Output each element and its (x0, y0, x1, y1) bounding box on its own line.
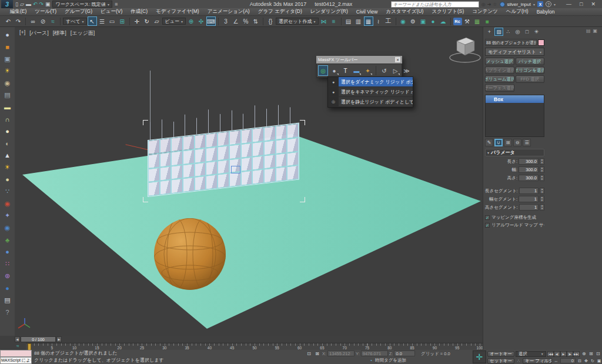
checkbox-1[interactable]: ✓ (485, 215, 490, 220)
x-coordinate-field[interactable]: 13455.212 (327, 350, 354, 356)
box-object[interactable] (160, 138, 172, 153)
box-object[interactable] (276, 166, 287, 182)
add-time-tag-button[interactable]: ◔ 時間タグを追加 (368, 358, 406, 363)
edit-named-selection-sets-icon[interactable]: {} (266, 16, 275, 26)
mirror-icon[interactable]: ⋈ (319, 16, 329, 26)
username-label[interactable]: silver_input (507, 2, 531, 7)
foliage-icon[interactable]: ♣ (2, 235, 12, 245)
spinner[interactable]: ▴▾ (540, 204, 544, 211)
parameter-field[interactable]: 1 (519, 196, 539, 202)
color-dots-icon[interactable]: ∷ (2, 259, 12, 269)
spinner-snap-icon[interactable]: ⇅ (251, 16, 260, 26)
box-object[interactable] (206, 175, 218, 190)
new-scene-icon[interactable]: ▯ (15, 1, 18, 8)
rendered-frame-icon[interactable]: ▣ (419, 16, 428, 26)
pin-stack-icon[interactable]: ✎ (485, 139, 493, 146)
pan-view-icon[interactable]: ✥ (583, 358, 589, 364)
menu-item-9[interactable]: レンダリング(R) (306, 8, 352, 15)
minimize-button[interactable]: — (566, 1, 571, 7)
open-file-icon[interactable]: ▱ (20, 1, 24, 8)
menu-item-11[interactable]: カスタマイズ(U) (382, 8, 427, 15)
snaps-toggle-icon[interactable]: 3 (221, 16, 230, 26)
show-end-result-icon[interactable]: ∪ (494, 139, 503, 146)
exchange-store-icon[interactable]: X (537, 1, 543, 7)
ragdoll-icon[interactable]: ✦ (363, 65, 373, 76)
current-frame-field[interactable]: 0 (560, 358, 576, 363)
box-object[interactable] (276, 152, 287, 168)
key-steps-icon[interactable]: ∴ (516, 358, 521, 364)
box-object[interactable] (206, 161, 218, 176)
make-unique-icon[interactable]: ⊞ (504, 139, 512, 146)
select-and-scale-icon[interactable]: ▱ (152, 16, 162, 26)
mcloth-icon[interactable]: T (340, 65, 350, 76)
menu-item-15[interactable]: Babylon (533, 9, 559, 15)
select-and-manipulate-icon[interactable]: ✣ (196, 16, 206, 26)
audio-icon[interactable]: ▤ (2, 91, 12, 100)
viewport-pov-label[interactable]: [パース] (29, 29, 48, 37)
auto-key-button[interactable]: オートキー (487, 351, 514, 357)
box-object[interactable] (264, 126, 276, 141)
modifier-stack[interactable]: Box (485, 95, 544, 137)
box-object[interactable] (171, 136, 183, 152)
use-pivot-point-icon[interactable]: ⊕ (186, 16, 196, 26)
big-sphere-icon[interactable]: ● (2, 247, 12, 256)
next-frame-icon[interactable]: |▶ (567, 351, 573, 357)
massfx-toolbar-window[interactable]: MassFX ツールバー ✕ ◎●T▬✦↺▷≫ (316, 56, 402, 78)
box-object[interactable] (218, 145, 229, 161)
box-object[interactable] (252, 155, 264, 171)
world-parameters-icon[interactable]: ◎ (318, 65, 328, 76)
box-object[interactable] (171, 178, 183, 193)
render-teapot-icon[interactable]: ● (2, 30, 12, 39)
isolate-selection-icon[interactable]: ⊡ (306, 350, 312, 356)
reset-simulation-icon[interactable]: ↺ (379, 65, 389, 76)
help-icon[interactable]: ? (2, 308, 12, 317)
keyboard-shortcut-override-icon[interactable]: ⌨ (206, 16, 216, 26)
track-bar[interactable]: 5101520253035404550556065707580859095100 (26, 343, 484, 350)
box-object[interactable] (241, 142, 253, 158)
named-selection-sets-dropdown[interactable]: 選択セット作成▾ (276, 18, 319, 25)
box-object[interactable] (183, 177, 195, 192)
box-object[interactable] (160, 152, 172, 167)
zoom-extents-icon[interactable]: ⊡ (595, 351, 601, 357)
box-object[interactable] (148, 167, 160, 182)
object-name-field[interactable]: 88 個のオブジェクトが選択されま (485, 39, 537, 46)
box-object[interactable] (241, 171, 253, 186)
step-simulation-icon[interactable]: ≫ (402, 65, 412, 76)
parameters-rollout-header[interactable]: ▾ パラメータ (485, 149, 544, 156)
zoom-region-icon[interactable]: ⊟ (577, 358, 583, 364)
box-object[interactable] (229, 130, 241, 145)
search-history-icon[interactable]: ◎ (481, 2, 486, 7)
box-object[interactable] (252, 169, 264, 185)
y-coordinate-field[interactable]: 9476.071 (361, 350, 388, 356)
menu-item-12[interactable]: スクリプト(S) (427, 8, 468, 15)
massfx-menu-item-3[interactable]: ◎選択を静止リジッド ボディとして設定 (328, 97, 413, 107)
box-object[interactable] (183, 135, 195, 151)
box-object[interactable] (252, 141, 264, 156)
parameter-field[interactable]: 1 (519, 204, 539, 211)
select-object-icon[interactable]: ↖ (88, 16, 97, 26)
light-icon[interactable]: ☀ (2, 66, 12, 76)
spinner-down-icon[interactable]: ▾ (540, 199, 544, 202)
workspace-dropdown[interactable]: ワークスペース: 既定値 ▾ (52, 1, 112, 8)
time-slider[interactable]: 0 / 100 (21, 336, 56, 342)
box-object[interactable] (160, 166, 172, 181)
box-object[interactable] (264, 168, 276, 183)
teapot-primitive-icon[interactable]: ◐ (2, 139, 12, 148)
select-button-1[interactable]: メッシュ選択 (485, 58, 514, 65)
dynamics-icon[interactable]: ✦ (2, 211, 12, 221)
next-frame-button[interactable]: ▶ (56, 336, 62, 342)
undo-icon[interactable]: ↶ (4, 16, 13, 26)
spray-particle-icon[interactable]: ∵ (2, 187, 12, 196)
render-rc-badge[interactable]: Rc (453, 18, 462, 25)
zoom-icon[interactable]: ⊕ (581, 351, 587, 357)
display-tab[interactable]: □ (523, 28, 531, 36)
motion-tab[interactable]: ◎ (513, 28, 522, 36)
menu-item-3[interactable]: グループ(G) (61, 8, 96, 15)
box-object[interactable] (148, 153, 160, 168)
menu-item-10[interactable]: Civil View (352, 9, 382, 15)
close-button[interactable]: ✕ (591, 1, 596, 7)
spinner[interactable]: ▴▾ (540, 188, 544, 194)
select-and-link-icon[interactable]: ∞ (28, 16, 38, 26)
box-object[interactable] (287, 151, 299, 166)
box-object[interactable] (287, 123, 299, 139)
